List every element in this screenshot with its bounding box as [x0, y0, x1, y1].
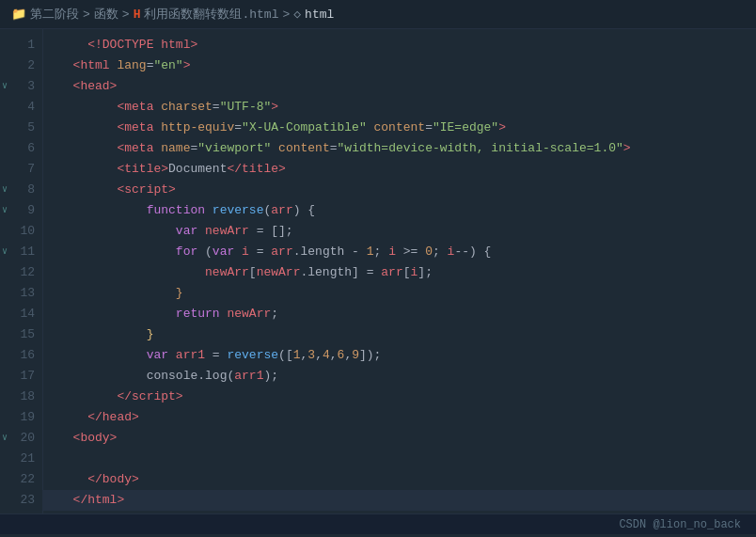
breadcrumb: 📁 第二阶段 > 函数 > H 利用函数翻转数组.html > ◇ html	[0, 0, 756, 29]
line-num-4: 4	[0, 97, 42, 118]
line-num-14: 14	[0, 304, 42, 324]
line-numbers: 1 2 ∨3 4 5 6 7 ∨8 ∨9 10 ∨11 12 13 14 15 …	[0, 29, 43, 513]
code-line-16: var arr1 = reverse([1,3,4,6,9]);	[43, 345, 756, 366]
line-num-18: 18	[0, 387, 42, 407]
code-editor: 1 2 ∨3 4 5 6 7 ∨8 ∨9 10 ∨11 12 13 14 15 …	[0, 29, 756, 534]
code-line-23: </html>	[43, 490, 756, 511]
html-icon: H	[134, 8, 141, 22]
line-num-2: 2	[0, 55, 42, 76]
line-num-15: 15	[0, 324, 42, 345]
diamond-icon: ◇	[293, 7, 301, 22]
breadcrumb-stage[interactable]: 第二阶段	[30, 6, 79, 23]
code-line-17: console.log(arr1);	[43, 366, 756, 387]
sep2: >	[122, 8, 130, 22]
code-line-2: <html lang="en">	[43, 55, 756, 76]
line-num-5: 5	[0, 118, 42, 138]
code-line-9: function reverse(arr) {	[43, 200, 756, 221]
code-content[interactable]: <!DOCTYPE html> <html lang="en"> <head> …	[43, 29, 756, 513]
code-line-7: <title>Document</title>	[43, 159, 756, 180]
line-num-13: 13	[0, 283, 42, 304]
line-num-12: 12	[0, 262, 42, 283]
line-num-22: 22	[0, 469, 42, 490]
code-line-20: <body>	[43, 428, 756, 449]
code-line-3: <head>	[43, 76, 756, 97]
line-num-8: ∨8	[0, 180, 42, 200]
line-num-7: 7	[0, 159, 42, 180]
line-num-21: 21	[0, 449, 42, 469]
code-line-4: <meta charset="UTF-8">	[43, 97, 756, 118]
line-num-10: 10	[0, 221, 42, 242]
sep1: >	[83, 8, 90, 22]
line-num-16: 16	[0, 345, 42, 366]
line-num-1: 1	[0, 35, 42, 55]
code-line-13: }	[43, 283, 756, 304]
code-line-6: <meta name="viewport" content="width=dev…	[43, 138, 756, 159]
code-line-11: for (var i = arr.length - 1; i >= 0; i--…	[43, 242, 756, 262]
code-line-12: newArr[newArr.length] = arr[i];	[43, 262, 756, 283]
line-num-11: ∨11	[0, 242, 42, 262]
code-line-21	[43, 449, 756, 469]
breadcrumb-tag: html	[305, 8, 334, 22]
code-line-18: </script>	[43, 387, 756, 407]
breadcrumb-filename[interactable]: 利用函数翻转数组.html	[144, 6, 278, 23]
line-num-17: 17	[0, 366, 42, 387]
status-bar: CSDN @lion_no_back	[0, 513, 756, 534]
line-num-19: 19	[0, 407, 42, 428]
code-line-1: <!DOCTYPE html>	[43, 35, 756, 55]
code-line-5: <meta http-equiv="X-UA-Compatible" conte…	[43, 118, 756, 138]
folder-icon: 📁	[11, 7, 26, 22]
line-num-6: 6	[0, 138, 42, 159]
code-line-22: </body>	[43, 469, 756, 490]
breadcrumb-functions[interactable]: 函数	[94, 6, 118, 23]
line-num-9: ∨9	[0, 200, 42, 221]
code-line-19: </head>	[43, 407, 756, 428]
code-line-10: var newArr = [];	[43, 221, 756, 242]
credit-text: CSDN @lion_no_back	[619, 518, 741, 531]
line-num-20: ∨20	[0, 428, 42, 449]
code-line-14: return newArr;	[43, 304, 756, 324]
line-num-23: 23	[0, 490, 42, 511]
line-num-3: ∨3	[0, 76, 42, 97]
code-line-15: }	[43, 324, 756, 345]
sep3: >	[282, 8, 290, 22]
code-line-8: <script>	[43, 180, 756, 200]
